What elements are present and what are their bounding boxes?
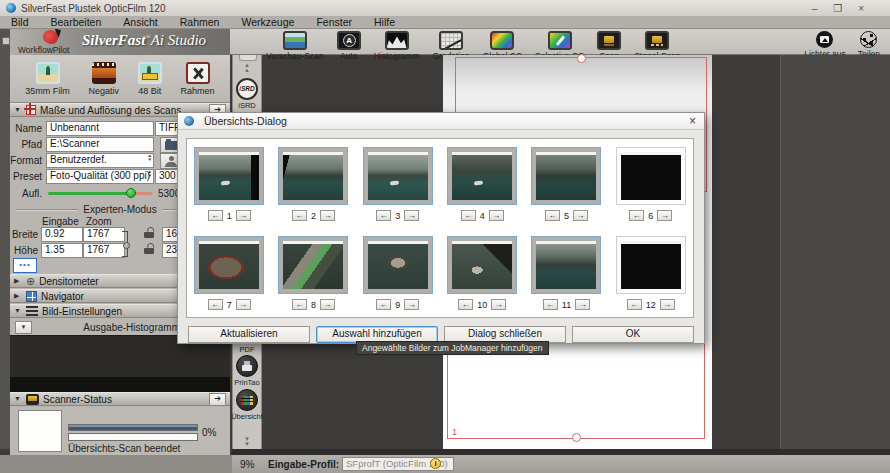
printao-button[interactable] [236, 355, 258, 377]
dialog-title: Übersichts-Dialog [204, 115, 287, 127]
batch-scan-icon [645, 31, 669, 50]
prescan-button[interactable]: Vorschau-Scan [266, 31, 324, 61]
thumb-prev-button[interactable] [543, 299, 558, 310]
menu-ansicht[interactable]: Ansicht [112, 16, 168, 28]
menu-rahmen[interactable]: Rahmen [169, 16, 231, 28]
thumb-prev-button[interactable] [292, 299, 307, 310]
thumb-next-button[interactable] [489, 210, 504, 221]
frame-tool-button[interactable]: Rahmen [181, 62, 215, 96]
height-lock-icon[interactable] [144, 243, 154, 254]
overview-thumbnail-cell: 10 [440, 232, 524, 321]
section-scanner-status[interactable]: Scanner-Status [10, 392, 230, 406]
scroll-down-icon[interactable] [233, 437, 261, 447]
overview-thumbnail[interactable] [363, 147, 433, 205]
thumb-prev-button[interactable] [461, 210, 476, 221]
thumb-number: 8 [311, 300, 316, 310]
width-zoom-input[interactable]: 1767 [83, 227, 125, 242]
thumb-next-button[interactable] [320, 210, 335, 221]
format-select[interactable]: Benutzerdef. [46, 153, 154, 168]
prescan-icon [283, 31, 307, 50]
thumb-next-button[interactable] [320, 299, 335, 310]
overview-thumbnail[interactable] [531, 147, 601, 205]
resolution-slider[interactable] [48, 192, 152, 195]
scanner-status-icon [26, 394, 39, 405]
thumb-prev-button[interactable] [627, 299, 642, 310]
overview-thumbnail-cell: 9 [356, 232, 440, 321]
thumb-next-button[interactable] [660, 299, 675, 310]
scan-path-input[interactable]: E:\Scanner [46, 137, 154, 152]
ok-button[interactable]: OK [572, 326, 694, 343]
frame-handle[interactable] [572, 433, 581, 442]
film-type-button[interactable]: 35mm Film [25, 62, 70, 96]
dialog-titlebar[interactable]: Übersichts-Dialog × [178, 113, 704, 130]
dialog-close-button[interactable]: × [689, 115, 698, 127]
profile-warning-icon[interactable]: i [430, 458, 441, 469]
more-options-button[interactable]: ••• [13, 258, 37, 273]
thumb-next-button[interactable] [404, 210, 419, 221]
zoom-percent: 9% [240, 459, 254, 470]
menu-bild[interactable]: Bild [0, 16, 40, 28]
thumb-prev-button[interactable] [208, 210, 223, 221]
detach-panel-button[interactable] [209, 393, 226, 406]
thumb-next-button[interactable] [404, 299, 419, 310]
histogram-dropdown-button[interactable] [15, 321, 32, 334]
overview-thumbnail[interactable] [278, 147, 348, 205]
width-input[interactable]: 0.92 [41, 227, 83, 242]
overview-thumbnail[interactable] [447, 236, 517, 294]
overview-thumbnail[interactable] [447, 147, 517, 205]
thumb-prev-button[interactable] [629, 210, 644, 221]
menu-bearbeiten[interactable]: Bearbeiten [40, 16, 113, 28]
thumb-prev-button[interactable] [458, 299, 473, 310]
strip-handle[interactable] [239, 55, 257, 61]
menu-fenster[interactable]: Fenster [305, 16, 363, 28]
thumbnail-photo [199, 241, 259, 289]
thumb-next-button[interactable] [491, 299, 506, 310]
scan-name-input[interactable]: Unbenannt [46, 121, 154, 136]
height-zoom-input[interactable]: 1767 [83, 243, 125, 258]
maximize-button[interactable]: ❐ [833, 3, 842, 14]
thumb-next-button[interactable] [236, 210, 251, 221]
thumb-prev-button[interactable] [545, 210, 560, 221]
overview-thumbnail[interactable] [616, 236, 686, 294]
menu-werkzeuge[interactable]: Werkzeuge [230, 16, 305, 28]
selective-color-eyedropper-icon [548, 31, 572, 50]
aspect-link-icon[interactable] [122, 231, 128, 257]
overview-thumbnail[interactable] [278, 236, 348, 294]
scroll-up-icon[interactable] [233, 63, 261, 73]
overview-button[interactable] [236, 389, 258, 411]
close-button[interactable]: × [858, 3, 864, 14]
pdf-label: PDF [227, 345, 267, 354]
overview-thumbnail[interactable] [616, 147, 686, 205]
preset-select[interactable]: Foto-Qualität (300 ppi) [46, 169, 154, 184]
thumb-next-button[interactable] [236, 299, 251, 310]
menu-hilfe[interactable]: Hilfe [363, 16, 406, 28]
thumb-next-button[interactable] [573, 210, 588, 221]
thumb-prev-button[interactable] [208, 299, 223, 310]
thumb-next-button[interactable] [657, 210, 672, 221]
width-label: Breite [10, 229, 38, 240]
overview-thumbnail[interactable] [194, 147, 264, 205]
width-lock-icon[interactable] [144, 227, 154, 238]
histogram-button[interactable]: Histogramm [374, 31, 420, 61]
minimize-button[interactable]: – [812, 3, 818, 14]
auto-adjust-button[interactable]: Auto [337, 31, 361, 61]
name-label: Name [10, 123, 42, 134]
thumb-prev-button[interactable] [376, 299, 391, 310]
height-input[interactable]: 1.35 [41, 243, 83, 258]
negative-mode-button[interactable]: Negativ [89, 62, 120, 96]
resolution-slider-thumb[interactable] [126, 188, 136, 198]
frame-handle[interactable] [577, 54, 586, 63]
isrd-button[interactable]: iSRD [236, 78, 258, 100]
workflow-pilot-button[interactable]: WorkflowPilot SilverFast®Ai Studio [10, 29, 230, 55]
dock-strip[interactable] [0, 29, 10, 449]
thumb-prev-button[interactable] [292, 210, 307, 221]
thumbnail-photo [283, 152, 343, 200]
bit-depth-button[interactable]: 48 Bit [138, 62, 162, 96]
thumb-prev-button[interactable] [376, 210, 391, 221]
thumb-next-button[interactable] [575, 299, 590, 310]
overview-thumbnail[interactable] [363, 236, 433, 294]
overview-thumbnail[interactable] [531, 236, 601, 294]
refresh-button[interactable]: Aktualisieren [188, 326, 310, 343]
overview-thumbnail[interactable] [194, 236, 264, 294]
thumbnail-photo [536, 152, 596, 200]
